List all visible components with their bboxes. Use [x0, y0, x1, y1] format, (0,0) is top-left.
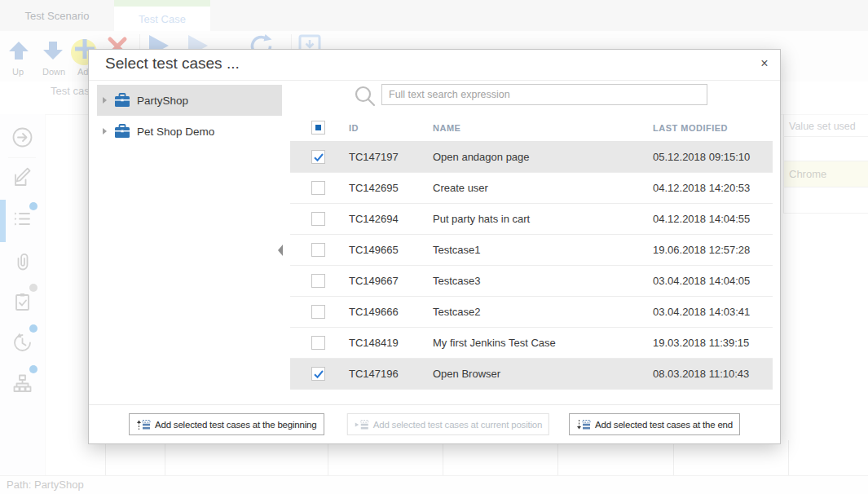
select-all-checkbox[interactable]	[311, 121, 325, 135]
tree-panel: PartyShopPet Shop Demo	[97, 85, 282, 147]
cell-last-modified: 03.04.2018 14:03:41	[653, 297, 750, 327]
cell-id: TC149665	[349, 235, 399, 265]
table-row[interactable]: TC147196Open Browser08.03.2018 11:10:43	[290, 359, 773, 390]
tree-item[interactable]: Pet Shop Demo	[97, 116, 282, 147]
cell-name: Open andagon page	[433, 142, 530, 172]
cell-last-modified: 19.06.2018 12:57:28	[653, 235, 750, 265]
cell-name: Open Browser	[433, 359, 500, 389]
briefcase-icon	[114, 124, 130, 139]
table-row[interactable]: TC149667Testcase303.04.2018 14:04:05	[290, 266, 773, 297]
table-row[interactable]: TC142694Put party hats in cart04.12.2018…	[290, 204, 773, 235]
row-checkbox[interactable]	[311, 336, 325, 350]
cell-id: TC142694	[349, 204, 399, 234]
cell-id: TC147197	[349, 142, 399, 172]
splitter-collapse-icon[interactable]	[278, 245, 283, 256]
table-row[interactable]: TC149665Testcase119.06.2018 12:57:28	[290, 235, 773, 266]
table-header-row: ID NAME LAST MODIFIED	[290, 115, 773, 142]
expander-icon[interactable]	[103, 128, 107, 135]
cell-id: TC148419	[349, 328, 399, 358]
search-icon	[354, 85, 377, 108]
test-case-table: ID NAME LAST MODIFIED TC147197Open andag…	[290, 115, 773, 390]
column-header-name[interactable]: NAME	[433, 115, 460, 141]
cell-id: TC149666	[349, 297, 399, 327]
table-row[interactable]: TC142695Create user04.12.2018 14:20:53	[290, 173, 773, 204]
insert-current-icon	[355, 419, 369, 430]
row-checkbox[interactable]	[311, 274, 325, 288]
dialog-header: Select test cases ... ×	[89, 50, 780, 81]
button-label: Add selected test cases at the end	[595, 420, 733, 430]
briefcase-icon	[114, 93, 130, 108]
cell-name: Create user	[433, 173, 488, 203]
cell-name: Testcase2	[433, 297, 481, 327]
add-at-end-button[interactable]: Add selected test cases at the end	[569, 413, 740, 435]
cell-last-modified: 03.04.2018 14:04:05	[653, 266, 750, 296]
row-checkbox[interactable]	[311, 212, 325, 226]
table-row[interactable]: TC147197Open andagon page05.12.2018 09:1…	[290, 142, 773, 173]
add-at-beginning-button[interactable]: Add selected test cases at the beginning	[129, 413, 324, 435]
select-test-cases-dialog: Select test cases ... × PartyShopPet Sho…	[88, 49, 781, 444]
row-checkbox[interactable]	[311, 243, 325, 257]
button-label: Add selected test cases at current posit…	[373, 420, 542, 430]
dialog-footer: Add selected test cases at the beginning…	[89, 404, 780, 443]
button-label: Add selected test cases at the beginning	[155, 420, 317, 430]
tree-item-label: Pet Shop Demo	[137, 126, 214, 138]
dialog-body: PartyShopPet Shop Demo ID NAME LAST MODI…	[89, 80, 780, 405]
cell-name: Testcase1	[433, 235, 481, 265]
cell-name: Testcase3	[433, 266, 481, 296]
cell-name: My first Jenkins Test Case	[433, 328, 556, 358]
add-at-current-position-button: Add selected test cases at current posit…	[347, 413, 549, 435]
column-header-last-modified[interactable]: LAST MODIFIED	[653, 115, 728, 141]
test-case-rows: TC147197Open andagon page05.12.2018 09:1…	[290, 142, 773, 390]
expander-icon[interactable]	[103, 97, 107, 104]
tree-item-label: PartyShop	[137, 95, 188, 107]
table-row[interactable]: TC149666Testcase203.04.2018 14:03:41	[290, 297, 773, 328]
cell-last-modified: 19.03.2018 11:39:15	[653, 328, 749, 358]
cell-last-modified: 08.03.2018 11:10:43	[653, 359, 749, 389]
row-checkbox[interactable]	[311, 305, 325, 319]
cell-id: TC147196	[349, 359, 399, 389]
table-row[interactable]: TC148419My first Jenkins Test Case19.03.…	[290, 328, 773, 359]
dialog-title: Select test cases ...	[105, 55, 240, 73]
tree-item[interactable]: PartyShop	[97, 85, 282, 116]
close-icon[interactable]: ×	[756, 55, 773, 73]
cell-last-modified: 04.12.2018 14:04:55	[653, 204, 750, 234]
cell-id: TC149667	[349, 266, 399, 296]
cell-last-modified: 04.12.2018 14:20:53	[653, 173, 750, 203]
cell-id: TC142695	[349, 173, 399, 203]
column-header-id[interactable]: ID	[349, 115, 359, 141]
row-checkbox[interactable]	[311, 181, 325, 195]
search-input[interactable]	[381, 84, 707, 105]
row-checkbox[interactable]	[311, 150, 325, 164]
insert-end-icon	[576, 419, 591, 430]
cell-name: Put party hats in cart	[433, 204, 530, 234]
insert-beginning-icon	[136, 419, 151, 430]
cell-last-modified: 05.12.2018 09:15:10	[653, 142, 750, 172]
row-checkbox[interactable]	[311, 367, 325, 381]
